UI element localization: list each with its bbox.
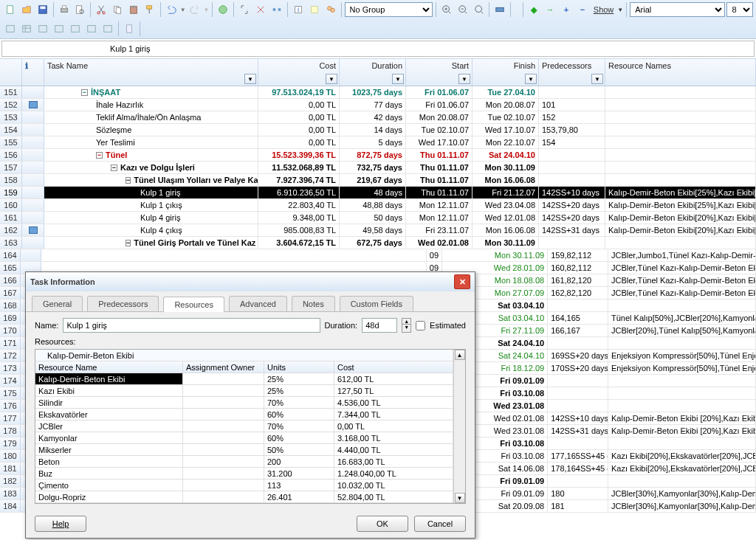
copy-icon[interactable] (110, 2, 125, 17)
resource-row[interactable]: Mikserler50%4.440,00 TL (35, 444, 453, 456)
unlink-tasks-icon[interactable] (253, 2, 268, 17)
fontsize-combo[interactable]: 8 (726, 2, 753, 17)
hdr-start[interactable]: Start▼ (406, 59, 472, 86)
filter-icon[interactable]: ▼ (326, 74, 337, 84)
tab-advanced[interactable]: Advanced (229, 296, 287, 311)
spin-up-icon[interactable]: ▲ (402, 319, 410, 325)
filter-icon[interactable]: ▼ (244, 74, 256, 84)
paste-icon[interactable] (126, 2, 141, 17)
redo-dropdown-icon[interactable]: ▼ (204, 7, 210, 13)
undo-dropdown-icon[interactable]: ▼ (180, 7, 186, 13)
hdr-cost[interactable]: Cost▼ (258, 59, 340, 86)
help-button[interactable]: Help (35, 516, 86, 532)
estimated-checkbox[interactable] (416, 321, 425, 330)
print-icon[interactable] (57, 2, 72, 17)
new-icon[interactable] (3, 2, 18, 17)
close-icon[interactable]: ✕ (454, 274, 470, 289)
hdr-indicator[interactable]: ℹ (22, 59, 44, 86)
font-combo[interactable]: Arial (630, 2, 725, 17)
resource-row[interactable]: Buz31.2001.248.040,00 TL (35, 468, 453, 480)
task-row[interactable]: 153Teklif Alma/İhale/Ön Anlaşma0,00 TL42… (0, 111, 756, 124)
task-row[interactable]: 159Kulp 1 giriş6.910.236,50 TL48 daysThu… (0, 187, 756, 199)
scroll-up-icon[interactable]: ▲ (455, 350, 465, 360)
resource-top-cell[interactable]: Kalıp-Demir-Beton Ekibi (35, 350, 453, 361)
save-icon[interactable] (35, 2, 50, 17)
resource-row[interactable]: Silindir70%4.536,00 TL (35, 397, 453, 409)
task-row[interactable]: 155Yer Teslimi0,00 TL5 daysWed 17.10.07M… (0, 136, 756, 149)
resource-row[interactable]: Kamyonlar60%3.168,00 TL (35, 432, 453, 444)
cancel-button[interactable]: Cancel (414, 516, 466, 532)
outdent-icon[interactable]: ◆ (526, 2, 541, 17)
duration-input[interactable] (362, 318, 397, 333)
task-row[interactable]: 162Kulp 4 çıkış985.008,83 TL49,58 daysFr… (0, 224, 756, 237)
resource-row[interactable]: Kalıp-Demir-Beton Ekibi25%612,00 TL (35, 373, 453, 385)
task-row[interactable]: 151−İNŞAAT97.513.024,19 TL1023,75 daysFr… (0, 86, 756, 99)
tool2-8-icon[interactable] (122, 21, 137, 36)
assign-icon[interactable] (323, 2, 338, 17)
hdr-resources[interactable]: Resource Names (605, 59, 756, 86)
show-label[interactable]: Show (591, 5, 616, 14)
hdr-rownum[interactable] (0, 59, 22, 86)
indent-icon[interactable]: → (543, 2, 557, 17)
filter-icon[interactable]: ▼ (458, 74, 470, 84)
res-hdr-cost[interactable]: Cost (334, 361, 453, 373)
info-icon[interactable]: i (291, 2, 306, 17)
res-hdr-units[interactable]: Units (264, 361, 334, 373)
resource-row[interactable]: Ekskavatörler60%7.344,00 TL (35, 409, 453, 420)
tab-resources[interactable]: Resources (163, 297, 224, 312)
resource-row[interactable]: JCBler70%0,00 TL (35, 420, 453, 432)
task-row[interactable]: 161Kulp 4 giriş9.348,00 TL50 daysMon 12.… (0, 212, 756, 224)
task-row[interactable]: 154Sözleşme0,00 TL14 daysTue 02.10.07Wed… (0, 124, 756, 136)
task-row[interactable]: 157−Kazı ve Dolgu İşleri11.532.068,89 TL… (0, 162, 756, 174)
hdr-task[interactable]: Task Name▼ (44, 59, 258, 86)
tool2-2-icon[interactable] (19, 21, 34, 36)
show-dropdown-icon[interactable]: ▼ (617, 7, 623, 13)
tool2-1-icon[interactable] (3, 21, 18, 36)
link-icon[interactable] (216, 2, 230, 17)
tab-notes[interactable]: Notes (292, 296, 335, 311)
zoom-fit-icon[interactable] (472, 2, 487, 17)
link-tasks-icon[interactable] (237, 2, 252, 17)
tool2-5-icon[interactable] (68, 21, 83, 36)
show-subtasks-icon[interactable]: + (559, 2, 574, 17)
spin-down-icon[interactable]: ▼ (402, 325, 410, 330)
notes-icon[interactable] (307, 2, 322, 17)
preview-icon[interactable] (73, 2, 88, 17)
ok-button[interactable]: OK (357, 516, 408, 532)
hide-subtasks-icon[interactable]: − (575, 2, 590, 17)
filter-icon[interactable]: ▼ (525, 74, 537, 84)
tab-predecessors[interactable]: Predecessors (87, 296, 159, 311)
task-row[interactable]: 160Kulp 1 çıkış22.803,40 TL48,88 daysMon… (0, 199, 756, 212)
task-row[interactable]: 158−Tünel Ulaşım Yolları ve Palye Ka7.92… (0, 174, 756, 187)
hdr-duration[interactable]: Duration▼ (340, 59, 406, 86)
undo-icon[interactable] (164, 2, 179, 17)
resource-scrollbar[interactable]: ▲ ▼ (453, 350, 465, 503)
zoom-in-icon[interactable] (439, 2, 454, 17)
zoom-out-icon[interactable] (456, 2, 470, 17)
resource-row[interactable]: Beton20016.683,00 TL (35, 456, 453, 468)
tab-general[interactable]: General (32, 296, 83, 311)
tool2-6-icon[interactable] (84, 21, 99, 36)
res-hdr-owner[interactable]: Assignment Owner (183, 361, 264, 373)
hdr-predecessors[interactable]: Predecessors▼ (539, 59, 605, 86)
edit-cell-value[interactable]: Kulp 1 giriş (110, 44, 150, 53)
goto-task-icon[interactable] (492, 2, 507, 17)
resource-row[interactable]: Çimento11310.032,00 TL (35, 480, 453, 491)
name-input[interactable] (63, 318, 320, 333)
res-hdr-name[interactable]: Resource Name (35, 361, 183, 373)
split-icon[interactable] (269, 2, 284, 17)
open-icon[interactable] (19, 2, 34, 17)
resource-row[interactable]: Dolgu-Ropriz26.40152.804,00 TL (35, 491, 453, 503)
filter-icon[interactable]: ▼ (392, 74, 404, 84)
task-row[interactable]: 152İhale Hazırlık0,00 TL77 daysFri 01.06… (0, 99, 756, 111)
format-painter-icon[interactable] (142, 2, 157, 17)
task-row[interactable]: 156−Tünel15.523.399,36 TL872,75 daysThu … (0, 149, 756, 162)
redo-icon[interactable] (188, 2, 202, 17)
tool2-7-icon[interactable] (100, 21, 115, 36)
tool2-4-icon[interactable] (52, 21, 66, 36)
tab-custom-fields[interactable]: Custom Fields (340, 296, 413, 311)
tool2-3-icon[interactable] (35, 21, 50, 36)
cut-icon[interactable] (94, 2, 109, 17)
scroll-down-icon[interactable]: ▼ (455, 493, 465, 503)
task-row[interactable]: 16409Mon 30.11.09159,82,112JCBler,Jumbo1… (0, 249, 756, 262)
